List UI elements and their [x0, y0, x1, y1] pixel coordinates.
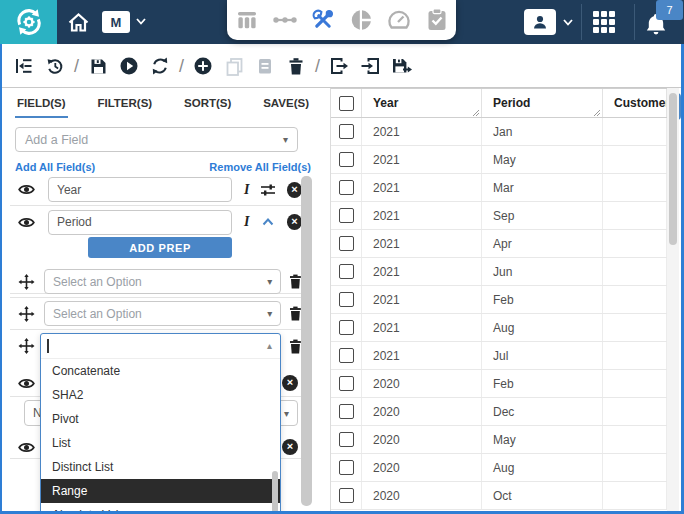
- prep-step-row: Select an Option ▾: [10, 266, 302, 298]
- remove-all-fields-link[interactable]: Remove All Field(s): [209, 161, 311, 173]
- workspace-menu-button[interactable]: M: [102, 11, 130, 33]
- table-row: 2021Jan: [331, 118, 667, 146]
- column-resize-handle[interactable]: [591, 107, 600, 116]
- panel-scrollbar[interactable]: [301, 176, 312, 506]
- row-checkbox[interactable]: [339, 460, 354, 475]
- collapse-prep-icon[interactable]: [260, 218, 277, 226]
- cell-customer: [603, 426, 667, 453]
- scrollbar-thumb[interactable]: [669, 93, 677, 245]
- save-as-icon[interactable]: [390, 55, 412, 77]
- chevron-up-icon[interactable]: ▴: [267, 340, 272, 351]
- user-avatar-icon: [531, 13, 549, 31]
- flow-icon[interactable]: [272, 7, 298, 33]
- dropdown-option[interactable]: Concatenate: [41, 359, 280, 383]
- delete-icon[interactable]: [285, 55, 307, 77]
- row-checkbox[interactable]: [339, 292, 354, 307]
- dropdown-option[interactable]: Range: [41, 479, 280, 503]
- tab-saves[interactable]: SAVE(S): [261, 93, 311, 118]
- dropdown-option[interactable]: Distinct List: [41, 455, 280, 479]
- export-icon[interactable]: [328, 55, 350, 77]
- tab-filters[interactable]: FILTER(S): [95, 93, 154, 118]
- row-checkbox[interactable]: [339, 236, 354, 251]
- add-prep-button[interactable]: ADD PREP: [88, 237, 232, 258]
- remove-field-icon[interactable]: ×: [282, 439, 298, 455]
- visibility-icon[interactable]: [18, 183, 35, 196]
- sync-gear-icon: [13, 6, 45, 38]
- clipboard-check-icon[interactable]: [424, 7, 450, 33]
- dropdown-option[interactable]: SHA2: [41, 383, 280, 407]
- format-italic-icon[interactable]: I: [244, 182, 249, 198]
- add-field-select[interactable]: Add a Field ▾: [15, 127, 298, 152]
- row-checkbox[interactable]: [339, 152, 354, 167]
- refresh-icon[interactable]: [149, 55, 171, 77]
- home-icon: [68, 13, 89, 32]
- move-icon[interactable]: [18, 274, 35, 290]
- home-button[interactable]: [63, 8, 93, 36]
- row-checkbox[interactable]: [339, 488, 354, 503]
- column-resize-handle[interactable]: [470, 107, 479, 116]
- dropdown-search-input[interactable]: ▴: [41, 334, 280, 359]
- remove-field-icon[interactable]: ×: [282, 375, 298, 391]
- column-header-period[interactable]: Period: [482, 89, 603, 117]
- tab-sorts[interactable]: SORT(S): [182, 93, 233, 118]
- apps-grid-icon: [593, 11, 599, 17]
- prep-option-select[interactable]: Select an Option ▾: [44, 301, 281, 326]
- row-checkbox[interactable]: [339, 180, 354, 195]
- save-icon[interactable]: [87, 55, 109, 77]
- row-checkbox[interactable]: [339, 264, 354, 279]
- table-scrollbar[interactable]: [667, 88, 679, 512]
- tab-fields[interactable]: FIELD(S): [15, 93, 68, 118]
- add-all-fields-link[interactable]: Add All Field(s): [15, 161, 95, 173]
- notification-badge[interactable]: 7: [656, 0, 683, 20]
- visibility-icon[interactable]: [18, 216, 35, 229]
- columns-icon[interactable]: [234, 7, 260, 33]
- move-icon[interactable]: [18, 306, 35, 322]
- row-checkbox[interactable]: [339, 376, 354, 391]
- pie-chart-icon[interactable]: [348, 7, 374, 33]
- visibility-icon[interactable]: [18, 377, 35, 390]
- row-checkbox[interactable]: [339, 404, 354, 419]
- table-row: 2020Dec: [331, 398, 667, 426]
- app-logo[interactable]: [0, 0, 57, 44]
- apps-grid-button[interactable]: [592, 11, 616, 33]
- cell-customer: [603, 118, 667, 145]
- row-checkbox[interactable]: [339, 432, 354, 447]
- user-menu-button[interactable]: [524, 9, 556, 35]
- cell-year: 2021: [362, 202, 482, 229]
- move-icon[interactable]: [18, 338, 35, 354]
- column-header-customer[interactable]: Customer Con: [603, 89, 667, 117]
- dropdown-option[interactable]: List: [41, 431, 280, 455]
- visibility-icon[interactable]: [18, 441, 35, 454]
- cell-year: 2021: [362, 230, 482, 257]
- indent-icon[interactable]: [13, 55, 35, 77]
- import-icon[interactable]: [359, 55, 381, 77]
- cell-year: 2021: [362, 118, 482, 145]
- run-icon[interactable]: [118, 55, 140, 77]
- remove-field-icon[interactable]: ×: [287, 214, 302, 230]
- chevron-down-icon[interactable]: [563, 19, 573, 26]
- remove-field-icon[interactable]: ×: [287, 182, 302, 198]
- row-checkbox[interactable]: [339, 208, 354, 223]
- dropdown-scrollbar-thumb[interactable]: [272, 471, 278, 513]
- tools-icon[interactable]: [310, 7, 336, 33]
- column-header-year[interactable]: Year: [362, 89, 482, 117]
- table-row: 2021Aug: [331, 314, 667, 342]
- history-icon[interactable]: [44, 55, 66, 77]
- row-checkbox[interactable]: [339, 348, 354, 363]
- gauge-icon[interactable]: [386, 7, 412, 33]
- dropdown-option[interactable]: Pivot: [41, 407, 280, 431]
- panel-tabs: FIELD(S) FILTER(S) SORT(S) SAVE(S): [15, 93, 311, 118]
- field-name-input[interactable]: [48, 210, 232, 235]
- row-checkbox[interactable]: [339, 124, 354, 139]
- scrollbar-thumb[interactable]: [301, 176, 312, 506]
- add-circle-icon[interactable]: [192, 55, 214, 77]
- select-all-checkbox[interactable]: [339, 96, 354, 111]
- format-italic-icon[interactable]: I: [244, 214, 249, 230]
- chevron-down-icon[interactable]: [136, 18, 146, 25]
- cell-year: 2020: [362, 370, 482, 397]
- tune-icon[interactable]: [260, 183, 277, 197]
- paste-icon: [254, 55, 276, 77]
- row-checkbox[interactable]: [339, 320, 354, 335]
- prep-option-select[interactable]: Select an Option ▾: [44, 269, 281, 294]
- field-name-input[interactable]: [48, 177, 232, 202]
